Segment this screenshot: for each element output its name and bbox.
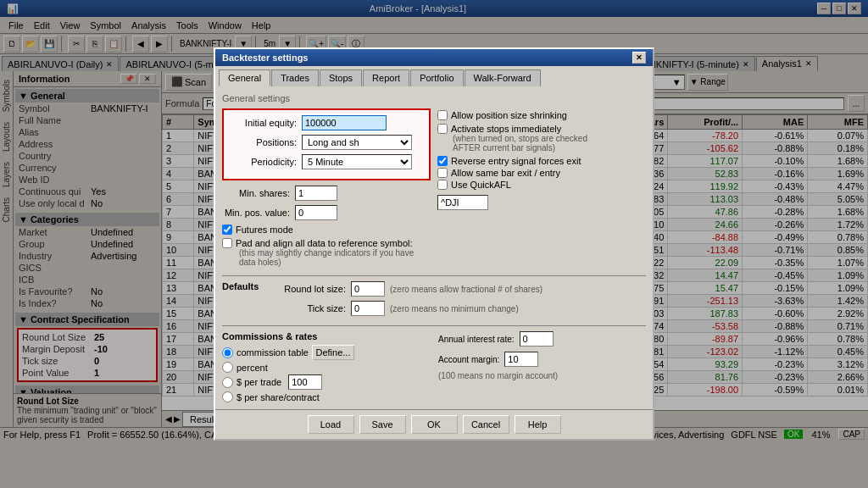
allow-pos-size-checkbox[interactable] <box>437 110 448 120</box>
positions-label: Positions: <box>229 137 297 147</box>
pad-align-checkbox-row: Pad and align all data to reference symb… <box>222 238 431 248</box>
pad-align-checkbox[interactable] <box>222 238 232 248</box>
commissions-right: Annual interest rate: Account margin: (1… <box>438 331 646 402</box>
annual-interest-row: Annual interest rate: <box>438 331 646 347</box>
account-margin-input[interactable] <box>504 352 538 367</box>
modal-close-btn[interactable]: ✕ <box>632 52 646 64</box>
comm-pershare-radio[interactable] <box>222 391 233 402</box>
equity-label: Initial equity: <box>229 118 297 128</box>
quickafl-checkbox[interactable] <box>437 180 448 190</box>
modal-tab-bar: General Trades Stops Report Portfolio Wa… <box>215 66 653 86</box>
minposvalue-label: Min. pos. value: <box>222 208 290 218</box>
min-pos-value-input[interactable] <box>295 205 337 220</box>
annual-interest-label: Annual interest rate: <box>438 335 515 344</box>
commissions-title: Commissions & rates <box>222 331 430 341</box>
min-shares-input[interactable] <box>295 186 337 201</box>
form-row-minshares: Min. shares: <box>222 186 431 201</box>
general-left-col: Initial equity: Positions: Long and sh L… <box>222 108 431 270</box>
comm-percent-row: percent <box>222 362 430 373</box>
roundlot-label: Round lot size: <box>278 284 346 294</box>
form-row-periodicity: Periodicity: 5 Minute 1 Minute Daily <box>229 154 424 169</box>
modal-tab-report[interactable]: Report <box>363 69 409 86</box>
ref-symbol-input[interactable] <box>437 195 488 210</box>
form-row-equity: Initial equity: <box>229 115 424 130</box>
futures-mode-checkbox[interactable] <box>222 225 232 235</box>
account-margin-row: Account margin: <box>438 352 646 367</box>
reverse-entry-label: Reverse entry signal forces exit <box>451 156 581 166</box>
save-btn[interactable]: Save <box>359 415 406 434</box>
reverse-entry-row: Reverse entry signal forces exit <box>437 156 646 166</box>
load-btn[interactable]: Load <box>308 415 354 434</box>
tick-size-input[interactable] <box>351 301 385 316</box>
periodicity-label: Periodicity: <box>229 157 297 167</box>
modal-tab-stops[interactable]: Stops <box>320 69 362 86</box>
modal-tab-general[interactable]: General <box>219 69 270 86</box>
general-settings-title: General settings <box>222 93 646 103</box>
same-bar-label: Allow same bar exit / entry <box>451 168 560 178</box>
modal-tab-portfolio[interactable]: Portfolio <box>410 69 463 86</box>
reverse-entry-checkbox[interactable] <box>437 156 448 166</box>
pad-align-note: (this may slightly change indicators if … <box>239 248 431 267</box>
pad-align-label: Pad and align all data to reference symb… <box>236 238 413 248</box>
backtester-settings-modal: Backtester settings ✕ General Trades Sto… <box>214 47 654 441</box>
general-settings-body: Initial equity: Positions: Long and sh L… <box>222 108 646 270</box>
comm-percent-radio[interactable] <box>222 362 233 373</box>
activate-stops-note: (when turned on, stops are checkedAFTER … <box>453 134 646 152</box>
annual-interest-input[interactable] <box>520 331 554 347</box>
comm-table-radio[interactable] <box>222 347 233 358</box>
activate-stops-label: Activate stops immediately <box>451 124 561 134</box>
comm-pershare-row: $ per share/contract <box>222 391 430 402</box>
periodicity-select[interactable]: 5 Minute 1 Minute Daily <box>302 154 412 169</box>
comm-table-label: commission table <box>236 347 309 358</box>
round-lot-input[interactable] <box>351 281 385 297</box>
modal-title-bar: Backtester settings ✕ <box>215 49 653 66</box>
modal-overlay: Backtester settings ✕ General Trades Sto… <box>0 0 868 488</box>
modal-divider1 <box>222 275 646 276</box>
comm-percent-label: percent <box>236 363 268 373</box>
commissions-left: Commissions & rates commission table Def… <box>222 331 430 402</box>
positions-select[interactable]: Long and sh Long only Short only <box>302 135 412 150</box>
cancel-btn[interactable]: Cancel <box>463 415 509 434</box>
form-row-positions: Positions: Long and sh Long only Short o… <box>229 135 424 150</box>
ticksize-label: Tick size: <box>278 303 346 313</box>
activate-stops-checkbox-row: Activate stops immediately <box>437 124 646 134</box>
roundlot-row: Round lot size: (zero means allow fracti… <box>278 281 542 297</box>
comm-table-row: commission table Define... <box>222 345 430 360</box>
comm-pertrade-radio[interactable] <box>222 377 233 388</box>
ref-symbol-row <box>437 195 646 210</box>
comm-pertrade-label: $ per trade <box>236 377 281 387</box>
quickafl-row: Use QuickAFL <box>437 180 646 190</box>
general-right-col: Allow position size shrinking Activate s… <box>437 108 646 270</box>
define-btn[interactable]: Define... <box>312 345 354 360</box>
futures-mode-row: Futures mode <box>222 225 431 235</box>
ok-btn[interactable]: OK <box>411 415 458 434</box>
allow-pos-size-label: Allow position size shrinking <box>451 110 567 120</box>
quickafl-label: Use QuickAFL <box>451 180 511 190</box>
form-row-minposvalue: Min. pos. value: <box>222 205 431 220</box>
account-margin-note: (100 means no margin account) <box>438 371 646 380</box>
modal-tab-trades[interactable]: Trades <box>271 69 319 86</box>
account-margin-label: Account margin: <box>438 355 499 364</box>
defaults-fields: Round lot size: (zero means allow fracti… <box>278 281 542 320</box>
help-btn[interactable]: Help <box>515 415 561 434</box>
comm-pershare-label: $ per share/contract <box>236 392 320 402</box>
futures-mode-label: Futures mode <box>236 225 293 235</box>
defaults-title: Defaults <box>222 281 264 320</box>
activate-stops-checkbox[interactable] <box>437 124 448 134</box>
red-bordered-fields: Initial equity: Positions: Long and sh L… <box>222 108 431 180</box>
same-bar-checkbox[interactable] <box>437 168 448 178</box>
modal-content: General settings Initial equity: Positio… <box>215 86 653 409</box>
per-trade-value-input[interactable] <box>288 374 322 390</box>
same-bar-row: Allow same bar exit / entry <box>437 168 646 178</box>
activate-stops-row: Activate stops immediately (when turned … <box>437 124 646 152</box>
ticksize-row: Tick size: (zero means no minimum change… <box>278 301 542 316</box>
roundlot-note: (zero means allow fractional # of shares… <box>390 285 542 294</box>
initial-equity-input[interactable] <box>302 115 387 130</box>
modal-tab-walkforward[interactable]: Walk-Forward <box>465 69 541 86</box>
minshares-label: Min. shares: <box>222 188 290 198</box>
modal-title: Backtester settings <box>222 53 309 63</box>
modal-footer: Load Save OK Cancel Help <box>215 409 653 439</box>
commissions-section: Commissions & rates commission table Def… <box>222 331 646 402</box>
ticksize-note: (zero means no minimum change) <box>390 304 519 313</box>
allow-pos-size-row: Allow position size shrinking <box>437 110 646 120</box>
